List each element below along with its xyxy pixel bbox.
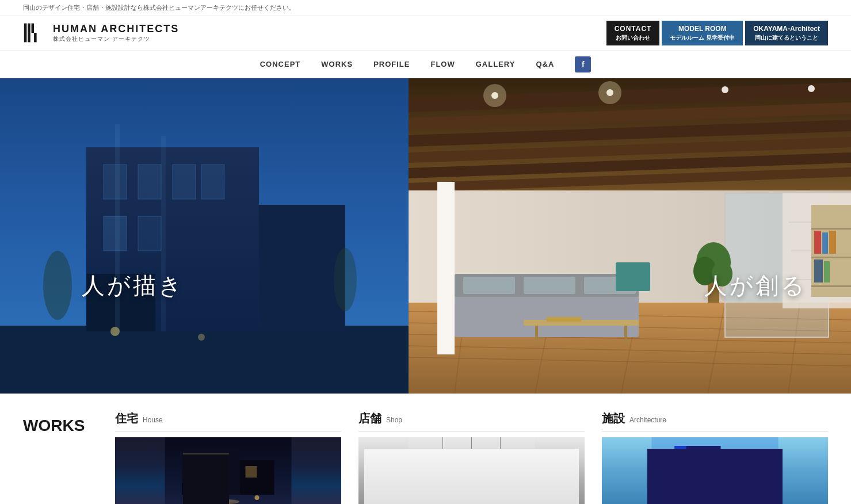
svg-rect-104: [675, 446, 721, 498]
svg-rect-112: [680, 463, 684, 470]
facebook-link[interactable]: f: [575, 56, 591, 72]
arch-en: Architecture: [629, 416, 666, 424]
facebook-icon: f: [582, 60, 585, 69]
svg-rect-115: [704, 463, 708, 470]
svg-rect-110: [696, 452, 700, 459]
svg-rect-106: [675, 446, 686, 498]
model-line1: MODEL ROOM: [670, 24, 735, 34]
works-section: WORKS 住宅 House: [0, 394, 851, 504]
svg-rect-81: [194, 455, 204, 469]
svg-point-85: [255, 495, 260, 500]
svg-marker-2: [32, 24, 35, 33]
svg-point-97: [415, 478, 436, 501]
svg-rect-95: [409, 489, 535, 504]
house-thumbnail[interactable]: [115, 437, 341, 504]
svg-point-91: [467, 454, 476, 463]
svg-point-99: [503, 469, 526, 498]
nav-works[interactable]: WORKS: [321, 60, 353, 68]
svg-rect-105: [721, 457, 755, 498]
works-category-house: 住宅 House: [115, 411, 341, 504]
svg-point-89: [435, 453, 451, 469]
contact-line1: CONTACT: [615, 24, 652, 34]
hero-section: 人が描き: [0, 78, 851, 394]
works-category-shop: 店舗 Shop: [358, 411, 585, 504]
brand-sub: 株式会社ヒューマン アーキテクツ: [53, 35, 179, 43]
logo-icon: [23, 21, 46, 44]
model-room-button[interactable]: MODEL ROOM モデルルーム 見学受付中: [662, 21, 743, 45]
svg-rect-98: [429, 492, 434, 501]
svg-rect-100: [513, 492, 517, 501]
house-en: House: [143, 416, 163, 424]
okayama-line2: 岡山に建てるということ: [753, 34, 820, 42]
svg-rect-80: [182, 483, 205, 495]
arch-jp: 施設: [602, 411, 625, 426]
top-bar-text: 岡山のデザイン住宅・店舗・施設設計なら株式会社ヒューマンアーキテクツにお任せくだ…: [23, 4, 295, 11]
svg-rect-21: [0, 78, 409, 394]
shop-title: 店舗 Shop: [358, 411, 585, 432]
svg-point-88: [438, 457, 448, 466]
contact-line2: お問い合わせ: [615, 34, 652, 42]
svg-point-94: [496, 456, 505, 465]
svg-rect-76: [409, 78, 851, 394]
shop-jp: 店舗: [358, 411, 381, 426]
house-title: 住宅 House: [115, 411, 341, 432]
works-category-architecture: 施設 Architecture: [602, 411, 828, 504]
svg-rect-113: [688, 463, 692, 470]
arch-title: 施設 Architecture: [602, 411, 828, 432]
svg-rect-82: [214, 455, 224, 469]
svg-rect-107: [721, 457, 730, 498]
hero-right-panel: 人が創る: [409, 78, 851, 394]
house-jp: 住宅: [115, 411, 138, 426]
nav-qa[interactable]: Q&A: [536, 60, 554, 68]
svg-point-117: [748, 470, 769, 502]
nav-gallery[interactable]: GALLERY: [476, 60, 516, 68]
logo-text: HUMAN ARCHITECTS 株式会社ヒューマン アーキテクツ: [53, 23, 179, 43]
model-line2: モデルルーム 見学受付中: [670, 34, 735, 42]
okayama-line1: OKAYAMA-Architect: [753, 24, 820, 34]
contact-button[interactable]: CONTACT お問い合わせ: [606, 21, 660, 45]
svg-marker-3: [34, 33, 37, 42]
top-bar: 岡山のデザイン住宅・店舗・施設設計なら株式会社ヒューマンアーキテクツにお任せくだ…: [0, 0, 851, 16]
svg-rect-111: [704, 452, 708, 459]
hero-text-left: 人が描き: [82, 270, 184, 301]
svg-rect-109: [688, 452, 692, 459]
works-label: WORKS: [23, 411, 92, 504]
interior-scene: [409, 78, 851, 394]
header: HUMAN ARCHITECTS 株式会社ヒューマン アーキテクツ CONTAC…: [0, 16, 851, 50]
hero-text-right: 人が創る: [704, 270, 807, 301]
nav-concept[interactable]: CONCEPT: [260, 60, 301, 68]
svg-rect-118: [757, 495, 760, 503]
svg-rect-1: [28, 24, 30, 43]
svg-rect-108: [680, 452, 684, 459]
svg-rect-0: [24, 24, 27, 43]
works-grid: 住宅 House: [115, 411, 828, 504]
building-exterior: [0, 78, 409, 394]
nav-profile[interactable]: PROFILE: [373, 60, 410, 68]
okayama-button[interactable]: OKAYAMA-Architect 岡山に建てるということ: [745, 21, 828, 45]
svg-rect-83: [246, 466, 257, 478]
svg-rect-116: [652, 498, 779, 504]
arch-thumbnail[interactable]: [602, 437, 828, 504]
house-thumbnail-img: [115, 437, 341, 504]
svg-point-96: [417, 469, 446, 503]
arch-thumbnail-img: [602, 437, 828, 504]
nav-flow[interactable]: FLOW: [430, 60, 455, 68]
svg-rect-102: [455, 479, 501, 486]
hero-left-panel: 人が描き: [0, 78, 409, 394]
shop-thumbnail[interactable]: [358, 437, 585, 504]
brand-name: HUMAN ARCHITECTS: [53, 23, 179, 35]
shop-thumbnail-img: [358, 437, 585, 504]
shop-en: Shop: [386, 416, 402, 424]
svg-rect-101: [449, 483, 506, 501]
header-buttons: CONTACT お問い合わせ MODEL ROOM モデルルーム 見学受付中 O…: [606, 21, 828, 45]
svg-rect-114: [696, 463, 700, 470]
svg-point-92: [464, 450, 480, 467]
svg-rect-78: [182, 449, 240, 495]
logo-area[interactable]: HUMAN ARCHITECTS 株式会社ヒューマン アーキテクツ: [23, 21, 179, 44]
navigation: CONCEPT WORKS PROFILE FLOW GALLERY Q&A f: [0, 50, 851, 78]
